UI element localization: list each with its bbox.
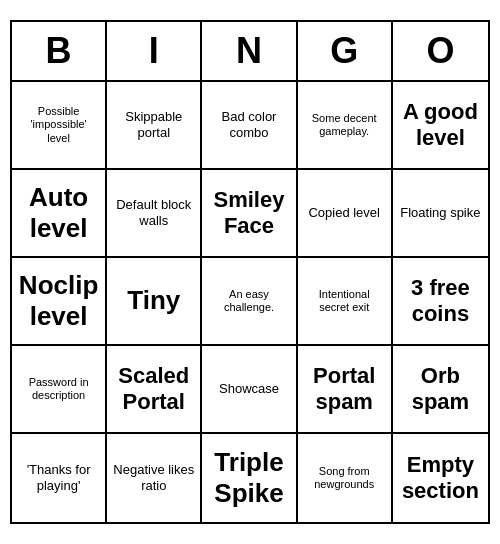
bingo-cell: Smiley Face xyxy=(202,170,297,258)
bingo-cell: Password in description xyxy=(12,346,107,434)
bingo-cell: Triple Spike xyxy=(202,434,297,522)
bingo-cell: Floating spike xyxy=(393,170,488,258)
bingo-cell: Copied level xyxy=(298,170,393,258)
bingo-header: BINGO xyxy=(12,22,488,82)
bingo-cell: 'Thanks for playing' xyxy=(12,434,107,522)
bingo-card: BINGO Possible 'impossible' levelSkippab… xyxy=(10,20,490,524)
bingo-cell: Portal spam xyxy=(298,346,393,434)
bingo-cell: 3 free coins xyxy=(393,258,488,346)
bingo-cell: Skippable portal xyxy=(107,82,202,170)
bingo-cell: Intentional secret exit xyxy=(298,258,393,346)
bingo-cell: Bad color combo xyxy=(202,82,297,170)
bingo-cell: An easy challenge. xyxy=(202,258,297,346)
bingo-grid: Possible 'impossible' levelSkippable por… xyxy=(12,82,488,522)
bingo-cell: Empty section xyxy=(393,434,488,522)
bingo-cell: Scaled Portal xyxy=(107,346,202,434)
header-letter: I xyxy=(107,22,202,80)
bingo-cell: Noclip level xyxy=(12,258,107,346)
bingo-cell: Orb spam xyxy=(393,346,488,434)
header-letter: N xyxy=(202,22,297,80)
header-letter: G xyxy=(298,22,393,80)
bingo-cell: Showcase xyxy=(202,346,297,434)
bingo-cell: A good level xyxy=(393,82,488,170)
header-letter: O xyxy=(393,22,488,80)
bingo-cell: Song from newgrounds xyxy=(298,434,393,522)
bingo-cell: Possible 'impossible' level xyxy=(12,82,107,170)
bingo-cell: Tiny xyxy=(107,258,202,346)
bingo-cell: Default block walls xyxy=(107,170,202,258)
bingo-cell: Negative likes ratio xyxy=(107,434,202,522)
bingo-cell: Auto level xyxy=(12,170,107,258)
header-letter: B xyxy=(12,22,107,80)
bingo-cell: Some decent gameplay. xyxy=(298,82,393,170)
